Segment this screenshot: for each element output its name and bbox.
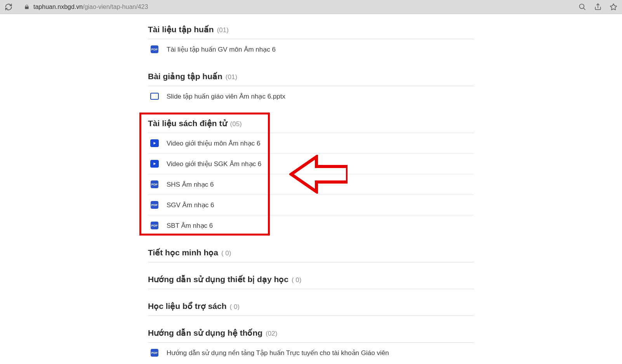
resource-label: SGV Âm nhạc 6	[167, 201, 214, 209]
zoom-icon[interactable]	[579, 3, 586, 11]
pdf-icon: PDF	[150, 180, 159, 189]
reload-icon[interactable]	[5, 3, 12, 11]
video-icon	[150, 139, 159, 147]
url-text: taphuan.nxbgd.vn/giao-vien/tap-huan/423	[33, 3, 148, 10]
resource-label: SHS Âm nhạc 6	[167, 180, 214, 189]
resource-item[interactable]: PDFSGV Âm nhạc 6	[148, 195, 474, 215]
section: Hướng dẫn sử dụng thiết bị dạy học( 0)	[148, 271, 474, 289]
section-count: (01)	[217, 26, 229, 34]
section: Hướng dẫn sử dụng hệ thống(02)PDFHướng d…	[148, 324, 474, 363]
page-content: Tài liệu tập huấn(01)PDFTài liệu tập huấ…	[0, 14, 622, 364]
svg-marker-4	[154, 163, 156, 165]
star-icon[interactable]	[610, 3, 617, 11]
resource-item[interactable]: PDFSBT Âm nhạc 6	[148, 215, 474, 236]
svg-point-0	[580, 4, 584, 9]
resource-item[interactable]: PDFSHS Âm nhạc 6	[148, 174, 474, 195]
section-header: Tiết học minh họa( 0)	[148, 244, 474, 262]
share-icon[interactable]	[594, 3, 602, 11]
svg-marker-3	[154, 142, 156, 145]
resource-label: SBT Âm nhạc 6	[167, 222, 213, 230]
pdf-icon: PDF	[150, 221, 159, 230]
section: Bài giảng tập huấn(01)Slide tập huấn giá…	[148, 68, 474, 106]
section-title: Hướng dẫn sử dụng thiết bị dạy học	[148, 275, 288, 284]
section: Tài liệu sách điện tử(05)Video giới thiệ…	[148, 115, 474, 236]
resource-label: Hướng dẫn sử dụng nền tảng Tập huấn Trực…	[167, 349, 389, 357]
section-count: (01)	[226, 73, 237, 81]
slide-icon	[150, 92, 159, 101]
resource-item[interactable]: Slide tập huấn giáo viên Âm nhạc 6.pptx	[148, 86, 474, 106]
section: Học liệu bổ trợ sách( 0)	[148, 298, 474, 316]
section-title: Tài liệu sách điện tử	[148, 119, 227, 128]
resource-item[interactable]: PDFHướng dẫn sử dụng nền tảng Tập huấn T…	[148, 343, 474, 363]
section-header: Bài giảng tập huấn(01)	[148, 68, 474, 86]
resource-item[interactable]: Video giới thiệu môn Âm nhạc 6	[148, 133, 474, 154]
video-icon	[150, 159, 159, 168]
section-header: Tài liệu sách điện tử(05)	[148, 115, 474, 133]
section-title: Tiết học minh họa	[148, 248, 218, 257]
address-bar[interactable]: taphuan.nxbgd.vn/giao-vien/tap-huan/423	[19, 2, 572, 12]
section: Tài liệu tập huấn(01)PDFTài liệu tập huấ…	[148, 21, 474, 59]
resource-item[interactable]: Video giới thiệu SGK Âm nhạc 6	[148, 154, 474, 174]
section-count: (02)	[266, 330, 277, 338]
section-header: Tài liệu tập huấn(01)	[148, 21, 474, 39]
section-count: (05)	[230, 120, 242, 128]
section: Tiết học minh họa( 0)	[148, 244, 474, 262]
section-title: Hướng dẫn sử dụng hệ thống	[148, 328, 262, 338]
pdf-icon: PDF	[150, 348, 159, 357]
svg-marker-2	[610, 3, 617, 10]
resource-item[interactable]: PDFTài liệu tập huấn GV môn Âm nhạc 6	[148, 39, 474, 59]
browser-toolbar: taphuan.nxbgd.vn/giao-vien/tap-huan/423	[0, 0, 622, 14]
pdf-icon: PDF	[150, 45, 159, 54]
resource-label: Tài liệu tập huấn GV môn Âm nhạc 6	[167, 45, 276, 54]
section-header: Học liệu bổ trợ sách( 0)	[148, 298, 474, 316]
pdf-icon: PDF	[150, 201, 159, 209]
section-header: Hướng dẫn sử dụng thiết bị dạy học( 0)	[148, 271, 474, 289]
section-count: ( 0)	[292, 276, 302, 284]
section-count: ( 0)	[230, 303, 240, 311]
lock-icon	[24, 4, 30, 10]
svg-line-1	[584, 8, 586, 10]
section-title: Bài giảng tập huấn	[148, 72, 222, 81]
section-title: Tài liệu tập huấn	[148, 25, 214, 34]
resource-label: Video giới thiệu SGK Âm nhạc 6	[167, 160, 261, 168]
resource-label: Video giới thiệu môn Âm nhạc 6	[167, 139, 260, 147]
resource-label: Slide tập huấn giáo viên Âm nhạc 6.pptx	[167, 92, 285, 101]
section-title: Học liệu bổ trợ sách	[148, 302, 227, 311]
section-header: Hướng dẫn sử dụng hệ thống(02)	[148, 324, 474, 343]
section-count: ( 0)	[221, 250, 231, 257]
